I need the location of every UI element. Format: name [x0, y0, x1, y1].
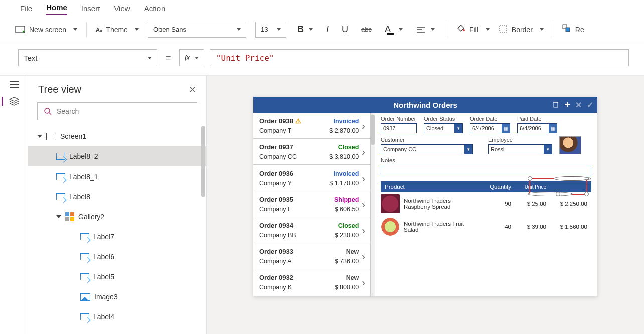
grid-row[interactable]: Northwind Traders Fruit Salad40$ 39.00$ …	[381, 215, 591, 238]
treeview-rail-icon[interactable]	[2, 97, 19, 106]
label-icon	[56, 193, 65, 200]
fontsize-select[interactable]: 13	[255, 22, 286, 38]
cancel-icon[interactable]: ✕	[575, 100, 582, 110]
notes-input[interactable]	[381, 166, 591, 176]
hamburger-icon[interactable]	[10, 84, 19, 85]
order-row[interactable]: Order 0933Company ANew$ 736.00›	[253, 243, 370, 269]
chevron-right-icon: ›	[362, 251, 365, 262]
order-date-picker[interactable]: 6/4/2006▦	[470, 123, 510, 133]
design-canvas[interactable]: Northwind Orders + ✕ ✓ Order 0938 ⚠Compa…	[207, 76, 644, 334]
screen-icon	[15, 26, 25, 34]
app-preview: Northwind Orders + ✕ ✓ Order 0938 ⚠Compa…	[253, 97, 597, 296]
order-row[interactable]: Order 0934Company BBClosed$ 230.00›	[253, 217, 370, 243]
chevron-right-icon: ›	[362, 277, 365, 288]
chevron-right-icon: ›	[362, 173, 365, 184]
fontcolor-button[interactable]: A	[383, 23, 405, 36]
grid-row[interactable]: Northwind Traders Raspberry Spread90$ 25…	[381, 192, 591, 215]
employee-select[interactable]: Rossi▾	[488, 144, 552, 154]
chevron-right-icon: ›	[362, 146, 365, 158]
border-icon	[499, 24, 508, 35]
new-screen-button[interactable]: New screen	[15, 26, 77, 34]
menu-view[interactable]: View	[114, 4, 130, 15]
svg-rect-7	[566, 28, 570, 32]
menu-insert[interactable]: Insert	[81, 4, 100, 15]
menu-file[interactable]: File	[20, 4, 32, 15]
gallery-icon	[65, 212, 74, 221]
paid-date-picker[interactable]: 6/4/2006▦	[517, 123, 557, 133]
tree-item-label8_1[interactable]: Label8_1	[28, 166, 206, 187]
chevron-right-icon: ›	[362, 225, 365, 236]
svg-rect-10	[554, 102, 558, 107]
ribbon: New screen Aa Theme Open Sans 13 B I U a…	[0, 17, 644, 42]
menu-action[interactable]: Action	[144, 4, 166, 15]
customer-select[interactable]: Company CC▾	[381, 144, 473, 154]
employee-avatar	[559, 136, 581, 154]
app-header: Northwind Orders + ✕ ✓	[253, 97, 597, 113]
product-image	[381, 217, 400, 236]
tree-item-image3[interactable]: Image3	[28, 287, 206, 307]
bold-button[interactable]: B	[295, 23, 315, 36]
menu-bar: File Home Insert View Action	[0, 0, 644, 17]
plus-icon[interactable]: +	[564, 101, 570, 108]
product-image	[381, 194, 400, 213]
search-icon	[44, 107, 52, 115]
tree-item-gallery2[interactable]: Gallery2	[28, 207, 206, 227]
fx-button[interactable]: fx	[179, 49, 204, 66]
formula-bar: Text = fx "Unit Price"	[0, 42, 644, 76]
reorder-icon	[562, 24, 571, 35]
svg-point-4	[463, 29, 465, 31]
font-select[interactable]: Open Sans	[148, 22, 246, 38]
theme-icon: Aa	[96, 27, 102, 33]
tree-item-label7[interactable]: Label7	[28, 227, 206, 247]
label-icon	[80, 233, 89, 240]
main-area: Tree view ✕ Search Screen1 Label8_2 Labe…	[0, 76, 644, 334]
theme-button[interactable]: Aa Theme	[96, 26, 139, 34]
order-details-form: Order Number 0937 Order Status Closed▾ O…	[375, 113, 597, 296]
tree-item-label5[interactable]: Label5	[28, 267, 206, 287]
order-row[interactable]: Order 0937Company CCClosed$ 3,810.00›	[253, 139, 370, 165]
label-icon	[80, 313, 89, 320]
underline-button[interactable]: U	[340, 23, 350, 36]
order-row[interactable]: Order 0932Company KNew$ 800.00›	[253, 269, 370, 295]
scrollbar-thumb[interactable]	[201, 126, 205, 197]
tree-item-screen1[interactable]: Screen1	[28, 126, 206, 146]
align-button[interactable]	[414, 25, 437, 35]
order-status-select[interactable]: Closed▾	[424, 123, 463, 133]
tree-search-input[interactable]: Search	[37, 102, 197, 120]
trash-icon[interactable]	[552, 101, 559, 109]
chevron-right-icon: ›	[362, 199, 365, 210]
svg-line-9	[49, 113, 51, 115]
formula-input[interactable]: "Unit Price"	[210, 49, 629, 66]
check-icon[interactable]: ✓	[587, 100, 593, 110]
svg-rect-5	[500, 25, 507, 32]
col-product: Product	[385, 184, 476, 190]
orders-gallery[interactable]: Order 0938 ⚠Company TInvoiced$ 2,870.00›…	[253, 113, 371, 296]
order-row[interactable]: Order 0936Company YInvoiced$ 1,170.00›	[253, 165, 370, 191]
reorder-button[interactable]: Re	[562, 24, 584, 35]
bucket-icon	[455, 24, 465, 35]
property-select[interactable]: Text	[18, 49, 157, 66]
tree-item-label8[interactable]: Label8	[28, 187, 206, 207]
order-row[interactable]: Order 0935Company IShipped$ 606.50›	[253, 191, 370, 217]
order-row[interactable]: Order 0938 ⚠Company TInvoiced$ 2,870.00›	[253, 113, 370, 139]
orders-scrollbar[interactable]	[371, 113, 375, 296]
tree-item-label4[interactable]: Label4	[28, 307, 206, 327]
col-unitprice-label8_2[interactable]: Unit Price	[511, 184, 546, 190]
fill-button[interactable]: Fill	[455, 24, 490, 35]
equals-sign: =	[164, 53, 173, 63]
label-icon	[80, 273, 89, 280]
left-rail	[0, 76, 28, 334]
menu-home[interactable]: Home	[46, 3, 67, 15]
screen-icon	[46, 133, 56, 140]
italic-button[interactable]: I	[324, 23, 331, 36]
tree-item-label8_2[interactable]: Label8_2	[28, 146, 206, 166]
order-number-field[interactable]: 0937	[381, 123, 417, 133]
tree-item-label6[interactable]: Label6	[28, 247, 206, 267]
warning-icon: ⚠	[295, 117, 301, 125]
svg-point-8	[45, 108, 50, 113]
col-quantity: Quantity	[476, 184, 511, 190]
close-icon[interactable]: ✕	[189, 84, 196, 95]
border-button[interactable]: Border	[499, 24, 544, 35]
strike-button[interactable]: abc	[359, 25, 374, 34]
label-icon	[80, 253, 89, 260]
